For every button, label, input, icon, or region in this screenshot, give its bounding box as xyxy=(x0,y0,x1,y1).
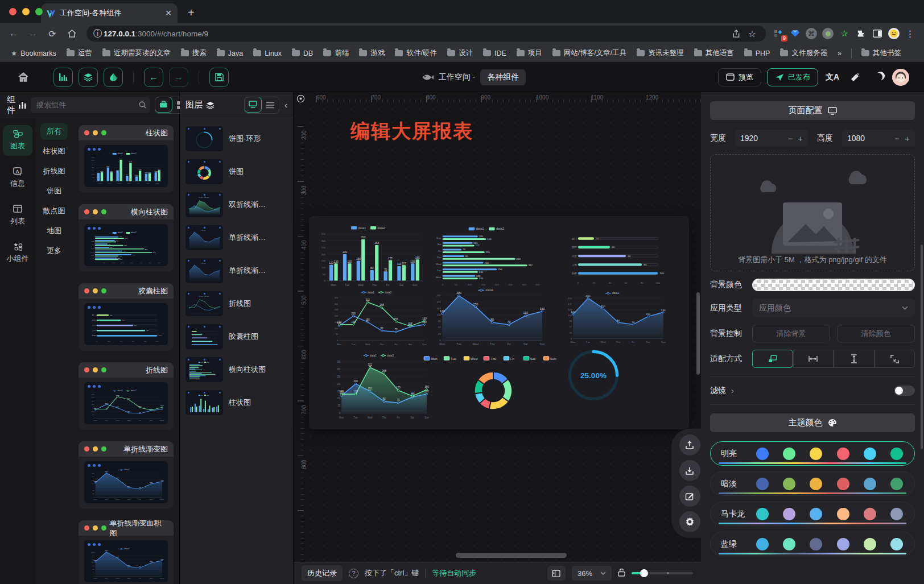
width-input[interactable]: 1920 −+ xyxy=(735,130,808,147)
component-card[interactable]: 柱状图 050100150200250300350120200150807011… xyxy=(79,125,174,193)
sidebar-tab-1[interactable]: A 信息 xyxy=(3,163,32,193)
theme-mode-button[interactable] xyxy=(104,68,123,87)
theme-color-header[interactable]: 主题颜色 xyxy=(710,413,915,432)
side-panel-icon[interactable] xyxy=(872,28,883,39)
bookmark-item[interactable]: 近期需要读的文章 xyxy=(98,47,175,60)
chart-mode-button[interactable] xyxy=(53,68,73,87)
address-bar[interactable]: ⓘ 127.0.0.1:3000/#/chart/home/9 ☆ xyxy=(86,26,766,42)
bookmark-item[interactable]: PHP xyxy=(740,48,774,59)
filter-toggle[interactable] xyxy=(894,386,915,396)
toggle-rulers-eye-icon[interactable] xyxy=(296,94,305,105)
background-upload-dropzone[interactable]: 背景图需小于 5M ，格式为 png/jpg/gif 的文件 xyxy=(710,154,915,271)
back-icon[interactable]: ← xyxy=(6,26,22,42)
app-type-select[interactable]: 应用颜色 xyxy=(752,299,915,317)
sidebar-tab-3[interactable]: 小组件 xyxy=(3,238,32,268)
canvas-text-element[interactable]: 编辑大屏报表 xyxy=(350,118,473,144)
layer-item[interactable]: data1data2 横向柱状图 xyxy=(185,357,287,382)
theme-row-明亮[interactable]: 明亮 xyxy=(710,441,915,466)
bookmark-item[interactable]: IDE xyxy=(479,48,510,59)
page-config-header[interactable]: 页面配置 xyxy=(710,101,915,120)
tab-close-icon[interactable]: ✕ xyxy=(165,9,172,18)
layer-item[interactable]: 饼图 xyxy=(185,159,287,184)
clear-background-button[interactable]: 清除背景 xyxy=(752,325,830,342)
clear-color-button[interactable]: 清除颜色 xyxy=(837,325,915,342)
component-card[interactable]: 横向柱状图 050100150200250300350Mon120130Tue2… xyxy=(79,204,174,272)
bookmarks-overflow-chevron[interactable]: » xyxy=(834,48,845,59)
category-3[interactable]: 饼图 xyxy=(47,186,61,196)
new-tab-button[interactable]: + xyxy=(188,6,195,19)
bookmark-item[interactable]: 项目 xyxy=(513,47,546,60)
layer-item[interactable]: data1data2 折线图 xyxy=(185,291,287,316)
layer-list-view-button[interactable] xyxy=(261,97,279,113)
bookmark-item[interactable]: 网站/博客/文章/工具 xyxy=(548,47,630,60)
publish-button[interactable]: 已发布 xyxy=(767,68,818,86)
lock-icon[interactable] xyxy=(618,568,625,578)
dashboard-chart-饼图-环形[interactable]: 25.00% xyxy=(564,346,623,405)
bookmark-item[interactable]: Linux xyxy=(249,48,286,59)
extension-diamond-icon[interactable] xyxy=(789,28,801,39)
extension-tabs-icon[interactable]: 9 xyxy=(773,28,784,39)
home-icon[interactable] xyxy=(64,26,80,42)
canvas-vertical-scrollbar[interactable] xyxy=(696,292,700,375)
save-button[interactable] xyxy=(209,68,229,87)
bookmark-item[interactable]: 前端 xyxy=(319,47,353,60)
reload-icon[interactable]: ⟳ xyxy=(44,26,60,42)
maximize-window-button[interactable] xyxy=(35,8,43,15)
close-window-button[interactable] xyxy=(9,8,16,15)
height-input[interactable]: 1080 −+ xyxy=(842,130,915,147)
dashboard-chart-横向柱状图[interactable]: 050100150200250300350Mon120130Tue200130W… xyxy=(432,225,546,287)
height-minus-button[interactable]: − xyxy=(894,134,900,143)
bookmarks-manager[interactable]: ★ Bookmarks xyxy=(7,47,60,59)
component-card[interactable]: 胶囊柱图 厦门20南阳40北京60上海80新疆100020406080100 xyxy=(79,283,174,351)
preview-button[interactable]: 预览 xyxy=(718,68,761,86)
forward-icon[interactable]: → xyxy=(25,26,41,42)
dashboard-chart-单折线渐变面积图[interactable]: 0295786114143171200MonTueWedThuFriSatSun… xyxy=(563,290,666,345)
category-1[interactable]: 柱状图 xyxy=(43,146,65,156)
layer-thumbnail-view-button[interactable] xyxy=(244,97,262,113)
collapse-panel-chevron[interactable]: ‹ xyxy=(284,100,287,110)
dashboard-chart-胶囊柱图[interactable]: 厦门20南阳40北京60上海80新疆100020406080100 xyxy=(566,230,667,285)
minimize-window-button[interactable] xyxy=(22,8,30,15)
config-panel-scrollbar[interactable] xyxy=(921,245,923,449)
height-plus-button[interactable]: + xyxy=(905,134,910,143)
bookmark-star-icon[interactable]: ☆ xyxy=(744,26,760,42)
dark-mode-icon[interactable] xyxy=(869,69,886,86)
bookmark-item[interactable]: 其他语言 xyxy=(690,47,738,60)
layer-item[interactable]: data1 单折线渐… xyxy=(185,225,287,250)
width-minus-button[interactable]: − xyxy=(787,134,793,143)
width-plus-button[interactable]: + xyxy=(798,134,803,143)
single-list-view-button[interactable] xyxy=(155,97,172,113)
dashboard-chart-折线图[interactable]: 050100150200250300350MonTueWedThuFriSatS… xyxy=(329,289,427,347)
bookmark-item[interactable]: DB xyxy=(288,48,317,59)
fit-stretch-button[interactable] xyxy=(874,350,915,368)
user-avatar[interactable] xyxy=(892,69,909,86)
layer-item[interactable]: 饼图-环形 xyxy=(185,126,287,151)
upload-button[interactable] xyxy=(679,434,700,455)
history-button[interactable]: 历史记录 xyxy=(302,565,343,581)
extension-dot-icon[interactable] xyxy=(822,28,834,39)
bookmark-item[interactable]: Java xyxy=(213,48,247,59)
layers-mode-button[interactable] xyxy=(79,68,98,87)
undo-button[interactable]: ← xyxy=(144,68,163,87)
browser-menu-icon[interactable]: ⋮ xyxy=(905,28,916,39)
workspace-name-pill[interactable]: 各种组件 xyxy=(480,69,526,85)
extension-star-icon[interactable]: ✰ xyxy=(839,28,850,39)
bookmark-item[interactable]: 游戏 xyxy=(355,47,389,60)
layer-item[interactable]: data1data2 柱状图 xyxy=(185,390,287,415)
help-icon[interactable]: ? xyxy=(349,569,358,578)
download-button[interactable] xyxy=(679,460,700,481)
category-4[interactable]: 散点图 xyxy=(43,206,65,216)
site-info-icon[interactable]: ⓘ xyxy=(92,26,104,42)
zoom-select[interactable]: 36% xyxy=(572,566,612,581)
dashboard-chart-双折线渐变图[interactable]: 050100150200250300350MonTueWedThuFriSatS… xyxy=(332,351,430,421)
category-6[interactable]: 更多 xyxy=(47,246,61,256)
other-bookmarks[interactable]: 其他书签 xyxy=(857,47,905,60)
bookmark-item[interactable]: 运营 xyxy=(63,47,96,60)
canvas-horizontal-scrollbar[interactable] xyxy=(456,553,567,558)
magic-wand-icon[interactable] xyxy=(847,69,864,86)
bookmark-item[interactable]: 文件服务器 xyxy=(776,47,831,60)
dashboard-preview[interactable]: 0501001502002503003501202001508070110130… xyxy=(309,216,689,429)
category-0[interactable]: 所有 xyxy=(40,123,68,140)
component-card[interactable]: 折线图 050100150200250300350MonTueWedThuFri… xyxy=(79,362,174,430)
profile-avatar[interactable] xyxy=(888,28,900,39)
